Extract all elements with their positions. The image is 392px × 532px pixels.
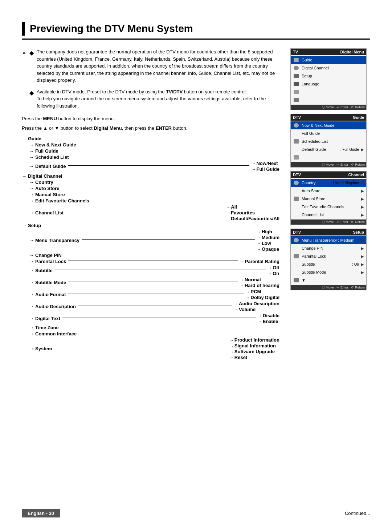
bullet-diamond-2: ◆ (29, 89, 34, 110)
dtv-menu-body-4: Menu Transparency : Medium ▶ Change PIN … (291, 235, 366, 285)
bullet-section: ➢ ◆ The company does not guarantee the n… (22, 48, 279, 109)
common-interface-row: → Common Interface (29, 331, 279, 336)
footer-enter-4: ↩ Enter (336, 286, 348, 289)
parental-lock-row: → Parental Lock →Parental Rating (29, 259, 279, 264)
tv-icon-setup (293, 73, 299, 79)
dtv-icon-parental-lock (293, 253, 299, 259)
dtv-menu-item-now-next: Now & Next Guide (291, 121, 366, 129)
dtv-menu-item-subtitle: Subtitle : On ▶ (291, 260, 366, 268)
tv-menu-item-digital-channel: Digital Channel (291, 64, 366, 72)
dtv-item-text-country: Country (302, 181, 329, 185)
footer-enter-2: ↩ Enter (336, 163, 348, 166)
tv-menu-box-1: TV Digital Menu Guide Digital Cha (290, 48, 367, 110)
dtv-menu-item-change-pin: Change PIN ▶ (291, 244, 366, 252)
edit-fav-label: Edit Favourite Channels (35, 198, 89, 203)
dtv-item-text-parental-lock: Parental Lock (302, 254, 359, 258)
dtv-title-2: Guide (353, 115, 364, 120)
tv-menu-item-language: Language (291, 80, 366, 88)
dtv-menu-item-auto-store: Auto Store ▶ (291, 187, 366, 195)
tv-item-text-language: Language (302, 82, 364, 86)
bullet-item-2: ➢ ◆ Available in DTV mode. Preset to the… (22, 88, 279, 110)
audio-format-row: → Audio Format →PCM →Dolby Digital (29, 289, 279, 300)
dtv-menu-body-3: Country : United Kingdom ▶ Auto Store ▶ … (291, 178, 366, 219)
guide-label: Guide (28, 136, 41, 141)
full-guide-row: → Full Guide (29, 148, 279, 154)
dtv-menu-item-channel-list: Channel List ▶ (291, 211, 366, 219)
footer-move-1: ⬡ Move (322, 105, 334, 109)
dtv-menu-item-edit-fav: Edit Favourite Channels ▶ (291, 203, 366, 211)
bullet-diamond-1: ◆ (29, 49, 34, 84)
dtv-item-arrow-auto-store: ▶ (361, 189, 364, 193)
default-guide-row: → Default Guide → Now/Next → Full Guide (29, 161, 279, 172)
dtv-menu-item-manual-store: Manual Store ▶ (291, 195, 366, 203)
dtv-item-arrow-manual-store: ▶ (361, 197, 364, 201)
auto-store-row: → Auto Store (29, 186, 279, 191)
tv-icon-blank1 (293, 89, 299, 95)
dtv-item-text-default-guide: Default Guide (302, 147, 338, 152)
dtv-item-arrow-channel-list: ▶ (361, 213, 364, 217)
tv-menu-header-1: TV Digital Menu (291, 49, 366, 55)
dtv-title-3: Channel (348, 173, 364, 177)
dtv-item-value-subtitle: : On (352, 262, 359, 266)
default-guide-label: Default Guide (35, 164, 66, 169)
dtv-menu-header-3: DTV Channel (291, 172, 366, 178)
manual-store-label: Manual Store (35, 192, 65, 197)
dtv-menu-item-parental-lock: Parental Lock ▶ (291, 252, 366, 260)
dtv-menu-item-full-guide: Full Guide (291, 129, 366, 137)
tv-item-text-setup: Setup (302, 74, 364, 78)
system-row: → System →Product Information →Signal In… (29, 337, 279, 360)
title-bar: Previewing the DTV Menu System (22, 22, 370, 40)
tv-item-text-guide: Guide (302, 58, 364, 62)
footer-move-3: ⬡ Move (322, 220, 334, 224)
dtv-item-arrow-subtitle: ▶ (361, 262, 364, 266)
dtv-menu-item-default-guide: Default Guide : Full Guide ▶ (291, 145, 366, 153)
dtv-icon-manual-store (293, 196, 299, 202)
dtv-icon-channel-list (293, 211, 299, 218)
digital-text-row: → Digital Text →Disable →Enable (29, 313, 279, 324)
tv-icon-blank2 (293, 97, 299, 103)
subtitle-mode-row: → Subtitle Mode →Normal →Hard of hearing (29, 277, 279, 288)
dtv-menu-item-menu-trans: Menu Transparency : Medium ▶ (291, 236, 366, 244)
dtv-item-value-default-guide: : Full Guide (340, 148, 359, 152)
dtv-menu-item-scheduled: Scheduled List (291, 137, 366, 145)
setup-row: → Setup (22, 223, 279, 228)
footer-return-2: ↺ Return (351, 163, 365, 166)
dtv-item-arrow-default-guide: ▶ (361, 148, 364, 152)
dtv-item-arrow-edit-fav: ▶ (361, 205, 364, 209)
tv-item-text-digital-channel: Digital Channel (302, 66, 364, 70)
dtv-item-arrow-menu-trans: ▶ (361, 238, 364, 242)
content-area: ➢ ◆ The company does not guarantee the n… (22, 48, 370, 361)
dtv-menu-footer-2: ⬡ Move ↩ Enter ↺ Return (291, 162, 366, 167)
dtv-item-text-edit-fav: Edit Favourite Channels (302, 205, 359, 209)
tv-menu-item-setup: Setup (291, 72, 366, 80)
dtv-item-value-country: : United Kingdom (331, 181, 359, 185)
tv-menu-item-blank1 (291, 88, 366, 96)
auto-store-label: Auto Store (35, 186, 59, 191)
channel-list-row: → Channel List → All → Favourites (29, 204, 279, 221)
dtv-icon-menu-trans (293, 237, 299, 243)
time-zone-row: → Time Zone (29, 325, 279, 330)
tv-icon-digital-channel (293, 65, 299, 71)
menu-tree: → Guide → Now & Next Guide → Full Guide … (22, 136, 279, 360)
dtv-icon-subtitle-mode (293, 269, 299, 275)
bullet-item-1: ➢ ◆ The company does not guarantee the n… (22, 48, 279, 84)
dtv-item-text-full-guide: Full Guide (302, 131, 364, 136)
dtv-item-text-menu-trans: Menu Transparency : Medium (302, 238, 359, 242)
dtv-menu-header-4: DTV Setup (291, 229, 366, 235)
tv-icon-guide (293, 57, 299, 63)
scheduled-list-row: → Scheduled List (29, 154, 279, 160)
dtv-item-text-auto-store: Auto Store (302, 189, 359, 193)
dtv-icon-full-guide (293, 130, 299, 137)
bullet-text-1: The company does not guarantee the norma… (37, 48, 279, 84)
country-row: → Country (29, 180, 279, 185)
dtv-item-text-subtitle: Subtitle (302, 262, 350, 266)
dtv-menu-item-country: Country : United Kingdom ▶ (291, 179, 366, 187)
left-column: ➢ ◆ The company does not guarantee the n… (22, 48, 279, 361)
dtv-icon-change-pin (293, 245, 299, 251)
dtv-icon-edit-fav (293, 203, 299, 210)
dtv-item-text-channel-list: Channel List (302, 213, 359, 217)
continued-text: Continued... (345, 511, 370, 516)
press-line-2: Press the ▲ or ▼ button to select Digita… (22, 125, 279, 132)
bullet-symbol-1: ➢ (22, 49, 26, 84)
dtv-label-3: DTV (293, 173, 301, 177)
